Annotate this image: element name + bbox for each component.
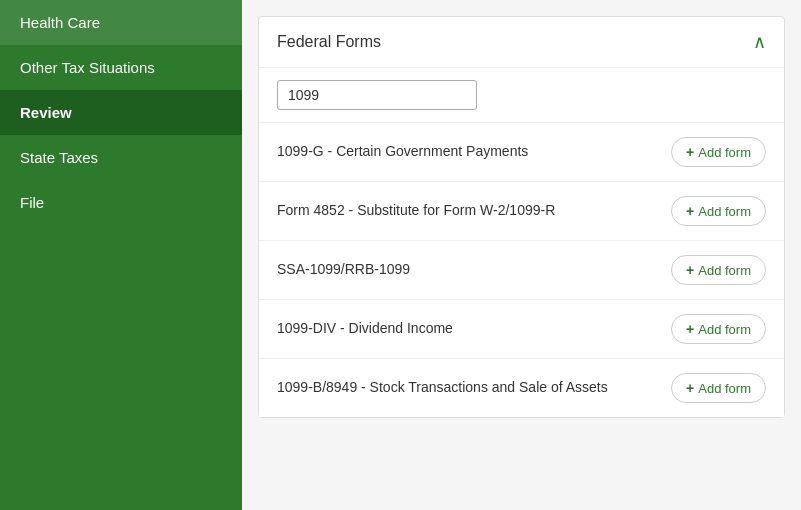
add-form-button-2[interactable]: + Add form xyxy=(671,255,766,285)
add-form-label: Add form xyxy=(698,263,751,278)
plus-icon: + xyxy=(686,380,694,396)
sidebar-item-health-care[interactable]: Health Care xyxy=(0,0,242,45)
form-row: Form 4852 - Substitute for Form W-2/1099… xyxy=(259,182,784,241)
federal-forms-section: Federal Forms ∧ 1099-G - Certain Governm… xyxy=(258,16,785,418)
section-title: Federal Forms xyxy=(277,33,381,51)
form-row: SSA-1099/RRB-1099 + Add form xyxy=(259,241,784,300)
plus-icon: + xyxy=(686,144,694,160)
form-name: 1099-B/8949 - Stock Transactions and Sal… xyxy=(277,378,671,398)
add-form-label: Add form xyxy=(698,381,751,396)
form-name: 1099-G - Certain Government Payments xyxy=(277,142,671,162)
form-row: 1099-DIV - Dividend Income + Add form xyxy=(259,300,784,359)
sidebar-item-review[interactable]: Review xyxy=(0,90,242,135)
add-form-label: Add form xyxy=(698,322,751,337)
collapse-icon[interactable]: ∧ xyxy=(753,31,766,53)
form-name: Form 4852 - Substitute for Form W-2/1099… xyxy=(277,201,671,221)
sidebar-item-state-taxes[interactable]: State Taxes xyxy=(0,135,242,180)
form-row: 1099-B/8949 - Stock Transactions and Sal… xyxy=(259,359,784,417)
plus-icon: + xyxy=(686,321,694,337)
search-container xyxy=(259,68,784,123)
main-content: Federal Forms ∧ 1099-G - Certain Governm… xyxy=(242,0,801,510)
add-form-button-0[interactable]: + Add form xyxy=(671,137,766,167)
plus-icon: + xyxy=(686,262,694,278)
add-form-button-1[interactable]: + Add form xyxy=(671,196,766,226)
sidebar-item-file[interactable]: File xyxy=(0,180,242,225)
plus-icon: + xyxy=(686,203,694,219)
form-row: 1099-G - Certain Government Payments + A… xyxy=(259,123,784,182)
sidebar-item-other-tax[interactable]: Other Tax Situations xyxy=(0,45,242,90)
add-form-button-3[interactable]: + Add form xyxy=(671,314,766,344)
section-header: Federal Forms ∧ xyxy=(259,17,784,68)
form-name: SSA-1099/RRB-1099 xyxy=(277,260,671,280)
sidebar: Health Care Other Tax Situations Review … xyxy=(0,0,242,510)
add-form-label: Add form xyxy=(698,204,751,219)
add-form-label: Add form xyxy=(698,145,751,160)
search-input[interactable] xyxy=(277,80,477,110)
form-name: 1099-DIV - Dividend Income xyxy=(277,319,671,339)
add-form-button-4[interactable]: + Add form xyxy=(671,373,766,403)
